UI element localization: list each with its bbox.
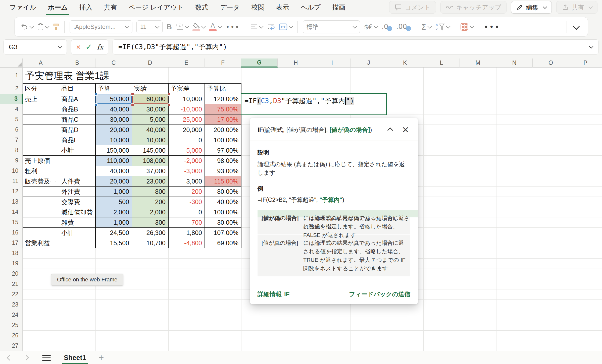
- row-header-8[interactable]: 8: [0, 145, 23, 156]
- row-header-10[interactable]: 10: [0, 166, 23, 176]
- row-header-16[interactable]: 16: [0, 227, 23, 238]
- currency-format-button[interactable]: $€: [364, 23, 378, 31]
- row-header-13[interactable]: 13: [0, 197, 23, 207]
- cell-B3[interactable]: 商品A: [59, 94, 95, 104]
- column-header-H[interactable]: H: [278, 58, 314, 68]
- row-header-12[interactable]: 12: [0, 186, 23, 197]
- row-header-17[interactable]: 17: [0, 238, 23, 248]
- row-header-27[interactable]: 27: [0, 341, 23, 351]
- cell-B9[interactable]: [59, 155, 95, 166]
- cell-F11[interactable]: 115.00%: [205, 176, 241, 187]
- cell-D13[interactable]: 200: [132, 197, 168, 207]
- cell-D16[interactable]: 26,300: [132, 227, 168, 238]
- menu-tab-9[interactable]: ヘルプ: [300, 3, 321, 12]
- cell-D9[interactable]: 108,000: [132, 155, 168, 166]
- insert-function-button[interactable]: fx: [97, 43, 103, 51]
- name-box[interactable]: G3: [4, 39, 67, 54]
- more-info-link[interactable]: 詳細情報IF: [258, 290, 289, 298]
- selection-handle[interactable]: [131, 103, 134, 106]
- cell-C7[interactable]: 10,000: [95, 135, 132, 145]
- cell-C11[interactable]: 20,000: [95, 176, 132, 187]
- cell-A10[interactable]: 粗利: [23, 166, 59, 176]
- autosum-button[interactable]: Σ: [421, 23, 431, 31]
- cell-B11[interactable]: 人件費: [59, 176, 95, 187]
- menu-tab-2[interactable]: 挿入: [79, 3, 92, 12]
- sheet-list-menu-icon[interactable]: [42, 355, 51, 361]
- selection-handle[interactable]: [95, 103, 97, 106]
- ribbon-more-button[interactable]: •••: [484, 23, 500, 31]
- column-header-K[interactable]: K: [387, 58, 423, 68]
- cell-D4[interactable]: 30,000: [132, 104, 168, 114]
- cancel-entry-button[interactable]: ×: [76, 43, 81, 51]
- cell-F6[interactable]: 200.00%: [205, 125, 241, 135]
- cell-A6[interactable]: [23, 125, 59, 135]
- row-header-20[interactable]: 20: [0, 269, 23, 279]
- column-header-M[interactable]: M: [460, 58, 496, 68]
- cell-F14[interactable]: 100.00%: [205, 207, 241, 217]
- sort-filter-button[interactable]: AZ: [435, 23, 450, 31]
- column-header-N[interactable]: N: [496, 58, 533, 68]
- row-header-23[interactable]: 23: [0, 299, 23, 310]
- cell-F17[interactable]: 69.00%: [205, 238, 241, 248]
- cell-E10[interactable]: -3,000: [168, 166, 205, 176]
- cell-F15[interactable]: 30.00%: [205, 217, 241, 228]
- menu-tab-6[interactable]: データ: [220, 3, 240, 12]
- cell-B15[interactable]: 雑費: [59, 217, 95, 228]
- catchup-button[interactable]: キャッチアップ: [440, 1, 507, 14]
- decrease-decimal-button[interactable]: .0 ←: [382, 23, 392, 31]
- cell-A15[interactable]: [23, 217, 59, 228]
- comments-button[interactable]: コメント: [389, 1, 436, 14]
- cell-C9[interactable]: 110,000: [95, 155, 132, 166]
- font-color-button[interactable]: A: [209, 22, 222, 31]
- column-header-E[interactable]: E: [168, 58, 205, 68]
- cell-E7[interactable]: 0: [168, 135, 205, 145]
- row-header-5[interactable]: 5: [0, 114, 23, 125]
- cell-E6[interactable]: 20,000: [168, 125, 205, 135]
- row-header-4[interactable]: 4: [0, 104, 23, 114]
- fill-color-button[interactable]: [192, 23, 205, 31]
- row-header-6[interactable]: 6: [0, 125, 23, 135]
- merge-cells-button[interactable]: [279, 23, 292, 31]
- menu-tab-3[interactable]: 共有: [104, 3, 117, 12]
- cell-F12[interactable]: 80.00%: [205, 186, 241, 197]
- font-name-select[interactable]: .AppleSystem...: [70, 20, 132, 33]
- selection-handle[interactable]: [168, 93, 170, 96]
- cell-B7[interactable]: 商品E: [59, 135, 95, 145]
- cell-C2[interactable]: 予算: [95, 83, 132, 94]
- cell-D14[interactable]: 2,000: [132, 207, 168, 217]
- row-header-7[interactable]: 7: [0, 135, 23, 145]
- font-size-select[interactable]: 11: [136, 20, 163, 33]
- cell-editor-G3[interactable]: =IF(C3,D3"予算超過","予算内"): [241, 93, 387, 115]
- cell-B8[interactable]: 小計: [59, 145, 95, 156]
- cell-E5[interactable]: -25,000: [168, 114, 205, 125]
- cell-A16[interactable]: [23, 227, 59, 238]
- column-header-O[interactable]: O: [533, 58, 569, 68]
- row-header-3[interactable]: 3: [0, 94, 23, 104]
- editing-mode-button[interactable]: 編集: [511, 1, 552, 14]
- column-header-B[interactable]: B: [59, 58, 95, 68]
- number-format-select[interactable]: 標準: [303, 20, 360, 33]
- cell-A2[interactable]: 区分: [23, 83, 59, 94]
- cell-A7[interactable]: [23, 135, 59, 145]
- column-header-P[interactable]: P: [569, 58, 602, 68]
- cell-B10[interactable]: [59, 166, 95, 176]
- row-header-26[interactable]: 26: [0, 330, 23, 341]
- cell-D17[interactable]: 10,700: [132, 238, 168, 248]
- row-header-11[interactable]: 11: [0, 176, 23, 187]
- cell-C17[interactable]: 15,500: [95, 238, 132, 248]
- row-header-18[interactable]: 18: [0, 248, 23, 259]
- cell-B12[interactable]: 外注費: [59, 186, 95, 197]
- cell-D2[interactable]: 実績: [132, 83, 168, 94]
- column-header-C[interactable]: C: [95, 58, 132, 68]
- cell-D7[interactable]: 10,000: [132, 135, 168, 145]
- menu-tab-8[interactable]: 表示: [276, 3, 289, 12]
- expand-formula-bar-icon[interactable]: [589, 44, 593, 49]
- menu-tab-7[interactable]: 校閲: [251, 3, 264, 12]
- select-all-corner[interactable]: [0, 58, 23, 68]
- cell-C13[interactable]: 500: [95, 197, 132, 207]
- send-feedback-link[interactable]: フィードバックの送信: [349, 290, 410, 298]
- cell-C5[interactable]: 30,000: [95, 114, 132, 125]
- previous-sheet-icon[interactable]: [7, 355, 13, 361]
- undo-button[interactable]: [21, 23, 33, 31]
- cell-B2[interactable]: 品目: [59, 83, 95, 94]
